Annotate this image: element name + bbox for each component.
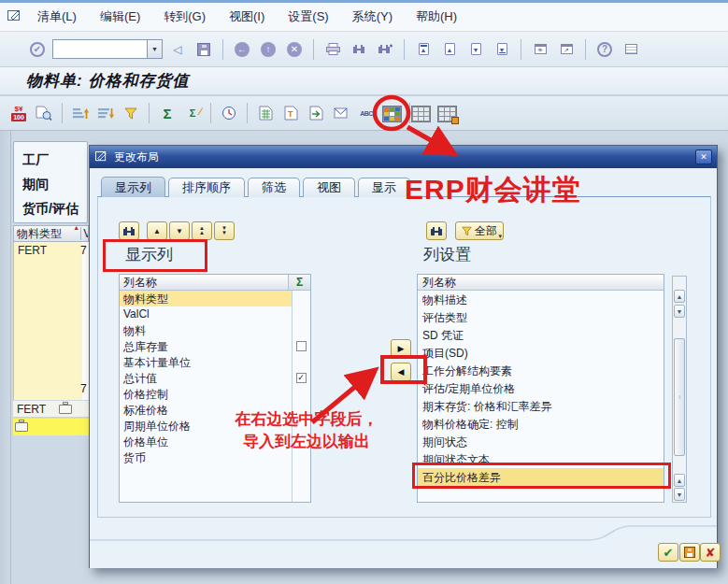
command-field: ▼: [52, 39, 163, 59]
displayed-column-row[interactable]: ValCl: [120, 306, 310, 322]
sum-icon[interactable]: Σ: [156, 102, 178, 124]
back-icon[interactable]: ←: [231, 38, 253, 61]
grand-total-row[interactable]: [13, 419, 89, 435]
find-icon[interactable]: [348, 38, 370, 61]
transfer-left-button[interactable]: ◀: [391, 363, 411, 381]
excel-export-icon[interactable]: [254, 102, 277, 124]
column-header-valcl[interactable]: V: [80, 227, 88, 240]
material-type-column[interactable]: FERT: [13, 242, 82, 400]
move-down-button[interactable]: ▼: [169, 221, 190, 240]
dialog-title-bar[interactable]: 更改布局 ✕: [90, 146, 717, 168]
menu-item[interactable]: 编辑(E): [100, 8, 140, 25]
dialog-tab[interactable]: 筛选: [248, 178, 300, 197]
sum-checkbox[interactable]: [296, 341, 307, 351]
list-header: 列名称 Σ: [120, 275, 310, 291]
move-up-button[interactable]: ▲: [147, 221, 167, 240]
exit-icon[interactable]: ↑: [257, 38, 279, 61]
column-set-row[interactable]: 项目(SD): [418, 344, 664, 362]
column-set-row[interactable]: 物料价格确定: 控制: [418, 415, 664, 433]
print-icon[interactable]: [321, 38, 344, 61]
new-session-icon[interactable]: ✳: [529, 38, 551, 61]
dialog-close-icon[interactable]: ✕: [695, 150, 712, 164]
detail-icon[interactable]: [33, 102, 55, 124]
last-page-icon[interactable]: ▼: [491, 38, 513, 61]
select-layout-icon[interactable]: [409, 103, 432, 125]
displayed-column-row[interactable]: 物料: [120, 322, 310, 338]
dialog-tab[interactable]: 显示列: [101, 177, 165, 197]
dialog-tab[interactable]: 显示: [358, 178, 410, 197]
mail-icon[interactable]: [330, 102, 352, 124]
filter-icon[interactable]: [120, 102, 142, 124]
column-header-material-type[interactable]: 物料类型 ▲: [14, 226, 80, 242]
save-layout-icon[interactable]: [435, 103, 458, 125]
displayed-column-row[interactable]: 基本计量单位: [120, 354, 310, 370]
column-set-row[interactable]: 工作分解结构要素: [418, 362, 664, 379]
menu-item[interactable]: 清单(L): [37, 8, 77, 25]
menu-item[interactable]: 转到(G): [164, 8, 206, 25]
scroll-up-icon[interactable]: ▲: [674, 474, 685, 487]
scroll-down-icon[interactable]: ▼: [674, 305, 685, 318]
column-set-row[interactable]: 期间状态: [418, 433, 664, 450]
column-set-row[interactable]: 物料描述: [418, 291, 664, 308]
displayed-column-row[interactable]: 总库存量: [120, 338, 310, 354]
menu-item[interactable]: 帮助(H): [416, 8, 457, 25]
sort-ascending-icon[interactable]: [69, 102, 92, 124]
dialog-tab[interactable]: 视图: [303, 178, 355, 197]
transfer-right-button[interactable]: ▶: [391, 339, 411, 358]
displayed-column-row[interactable]: 价格控制: [120, 386, 310, 402]
enter-icon[interactable]: ✔: [26, 38, 49, 61]
column-set-row[interactable]: SD 凭证: [418, 326, 664, 344]
scrollbar-thumb[interactable]: ⁞⁞: [674, 338, 685, 456]
previous-page-icon[interactable]: ▲: [438, 38, 461, 61]
save-icon[interactable]: [193, 38, 215, 61]
collapse-icon[interactable]: ◁: [166, 38, 189, 61]
search-icon[interactable]: [119, 221, 139, 240]
save-icon: [684, 547, 695, 558]
next-page-icon[interactable]: ▼: [464, 38, 487, 61]
menu-item[interactable]: 设置(S): [288, 8, 328, 25]
search-icon[interactable]: [426, 221, 447, 240]
subtotal-row[interactable]: FERT: [13, 401, 89, 418]
local-file-icon[interactable]: [305, 102, 327, 124]
toolbar-divider: [62, 103, 63, 123]
column-set-row[interactable]: 评估/定期单位价格: [418, 379, 664, 397]
customize-layout-icon[interactable]: [620, 38, 642, 61]
scrollbar[interactable]: ▲ ▼ ⁞⁞ ▲ ▼: [672, 276, 687, 503]
screen-title-bar: 物料单: 价格和存货值: [0, 67, 728, 96]
word-export-icon[interactable]: T: [279, 102, 302, 124]
sort-descending-icon[interactable]: [94, 102, 117, 124]
scroll-up-icon[interactable]: ▲: [674, 290, 685, 303]
menu-item[interactable]: 系统(Y): [352, 8, 393, 25]
menu-item[interactable]: 视图(I): [229, 8, 264, 25]
move-to-top-button[interactable]: ▲▲: [192, 221, 212, 240]
help-icon[interactable]: ?: [593, 38, 616, 61]
displayed-column-row[interactable]: 物料类型: [120, 291, 310, 306]
column-set-row[interactable]: 百分比价格差异: [418, 468, 664, 486]
command-dropdown-icon[interactable]: ▼: [147, 40, 162, 58]
change-layout-icon[interactable]: [380, 103, 403, 125]
currency-icon[interactable]: $¥100: [7, 102, 30, 124]
displayed-column-row[interactable]: 总计值 ✓: [120, 370, 310, 386]
filter-icon: [462, 226, 472, 236]
first-page-icon[interactable]: ▲: [412, 38, 435, 61]
create-shortcut-icon[interactable]: ↗: [555, 38, 578, 61]
move-to-bottom-button[interactable]: ▼▼: [214, 221, 235, 240]
find-next-icon[interactable]: [374, 38, 396, 61]
cancel-button[interactable]: ✘: [700, 543, 721, 562]
column-set-row[interactable]: 期末存货: 价格和汇率差异: [418, 397, 664, 415]
scroll-down-icon[interactable]: ▼: [674, 488, 685, 501]
performance-icon[interactable]: [218, 102, 240, 124]
filter-all-button[interactable]: 全部 ▾: [455, 221, 504, 240]
sum-checkbox[interactable]: ✓: [296, 373, 307, 383]
abc-analysis-icon[interactable]: ABC: [355, 102, 378, 124]
confirm-button[interactable]: ✔: [658, 543, 678, 562]
cancel-icon[interactable]: ✕: [283, 38, 306, 61]
command-input[interactable]: [53, 40, 146, 58]
column-set-row[interactable]: 期间状态文本: [418, 450, 664, 468]
dialog-title: 更改布局: [114, 150, 159, 165]
system-menu-icon[interactable]: [7, 10, 22, 23]
dialog-tab[interactable]: 排序顺序: [168, 178, 245, 197]
save-button[interactable]: [679, 543, 700, 562]
column-set-row[interactable]: 评估类型: [418, 308, 664, 326]
subtotal-icon[interactable]: Σ∕: [181, 102, 204, 124]
